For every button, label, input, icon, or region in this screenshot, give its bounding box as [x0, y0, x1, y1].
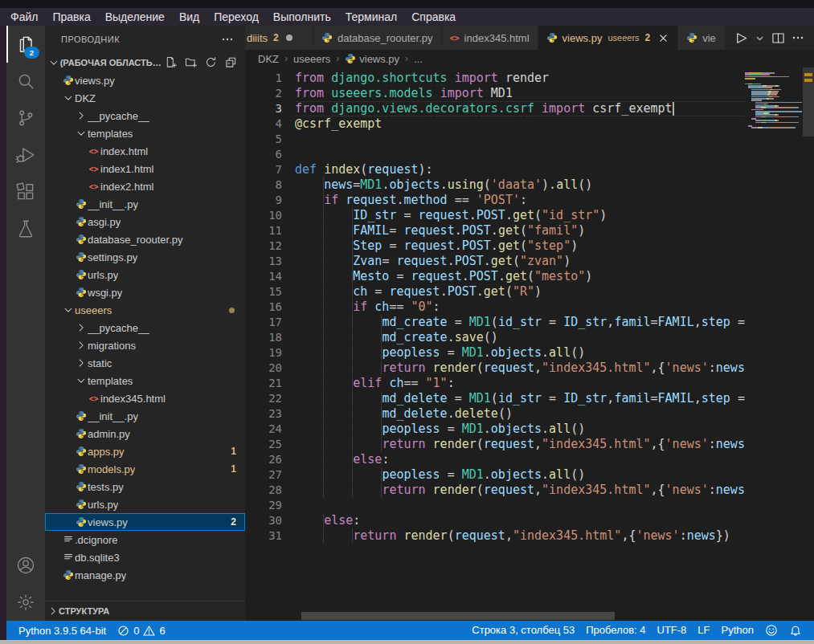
- chevron-right-icon: [74, 340, 88, 351]
- menu-item-терминал[interactable]: Терминал: [338, 10, 404, 23]
- run-debug-icon: [15, 145, 36, 165]
- python-file-icon: [76, 216, 87, 227]
- horizontal-scrollbar-thumb[interactable]: [301, 612, 615, 620]
- collapse-folders-button[interactable]: [223, 55, 239, 70]
- python-interpreter-status[interactable]: Python 3.9.5 64-bit: [13, 625, 112, 637]
- activitybar-testing[interactable]: [6, 210, 45, 247]
- minimap[interactable]: [745, 67, 803, 621]
- encoding-status[interactable]: UTF-8: [652, 624, 693, 636]
- split-editor-button[interactable]: [770, 30, 787, 47]
- tab-problems-badge: 2: [645, 32, 651, 43]
- vertical-scrollbar-thumb[interactable]: [803, 67, 814, 137]
- chevron-down-icon: [76, 128, 87, 139]
- python-file-icon: [76, 446, 87, 457]
- activitybar-extensions[interactable]: [6, 173, 45, 210]
- run-python-file-button[interactable]: [731, 29, 750, 47]
- tab-vie[interactable]: vie: [678, 26, 726, 50]
- breadcrumb-item-DKZ[interactable]: DKZ: [258, 53, 279, 65]
- tweet-feedback-button[interactable]: [759, 624, 783, 637]
- outline-section-header[interactable]: СТРУКТУРА: [45, 601, 245, 621]
- activitybar-settings[interactable]: [6, 584, 45, 621]
- tree-item-index1.html[interactable]: <>index1.html: [45, 160, 245, 177]
- tree-item-.dcignore[interactable]: .dcignore: [45, 531, 245, 548]
- new-file-button[interactable]: [163, 55, 178, 70]
- horizontal-scrollbar[interactable]: [295, 612, 745, 620]
- line-number: 3: [245, 101, 295, 116]
- notifications-bell-button[interactable]: [783, 624, 808, 637]
- tree-item-db.sqlite3[interactable]: db.sqlite3: [45, 548, 245, 566]
- file-icon: [74, 216, 88, 227]
- breadcrumb-item-viewspy[interactable]: views.py: [345, 53, 399, 65]
- tree-item-urls.py[interactable]: urls.py: [45, 495, 245, 513]
- editor-actions: [731, 26, 814, 50]
- tree-item-DKZ[interactable]: DKZ: [45, 89, 245, 107]
- tree-item-__pycache__[interactable]: __pycache__: [45, 107, 245, 124]
- activitybar-explorer[interactable]: 2: [6, 26, 45, 63]
- code-editor[interactable]: 1from django.shortcuts import render2fro…: [245, 67, 745, 621]
- code-line-21: 21 elif ch== "1":: [245, 376, 745, 391]
- tree-item-database_roouter.py[interactable]: database_roouter.py: [45, 230, 245, 248]
- tree-item-templates[interactable]: templates: [45, 372, 245, 389]
- tree-item-views.py[interactable]: views.py2: [45, 513, 245, 531]
- line-number: 8: [245, 177, 295, 193]
- tree-item-static[interactable]: static: [45, 354, 245, 372]
- source-control-icon: [15, 108, 36, 128]
- workspace-section-header[interactable]: (РАБОЧАЯ ОБЛАСТЬ) ...: [45, 53, 245, 71]
- breadcrumb-item-useeers[interactable]: useeers: [293, 53, 330, 65]
- close-tab-button[interactable]: [657, 32, 669, 44]
- menu-item-выполнить[interactable]: Выполнить: [266, 10, 338, 23]
- code-line-content: FAMIL= request.POST.get("famil"): [295, 223, 745, 238]
- tree-item-index2.html[interactable]: <>index2.html: [45, 177, 245, 195]
- line-number: 29: [245, 498, 295, 513]
- activitybar-run-debug[interactable]: [6, 137, 45, 173]
- testing-icon: [15, 218, 36, 239]
- tree-item-settings.py[interactable]: settings.py: [45, 248, 245, 266]
- tab-diiits[interactable]: diiits2: [245, 26, 313, 50]
- problems-status[interactable]: 0 6: [112, 625, 170, 637]
- activitybar-source-control[interactable]: [6, 100, 45, 137]
- refresh-explorer-button[interactable]: [203, 55, 219, 70]
- tree-item-models.py[interactable]: models.py1: [45, 460, 245, 478]
- activitybar-account[interactable]: [6, 547, 45, 584]
- cursor-position-status[interactable]: Строка 3, столбец 53: [466, 624, 580, 636]
- run-dropdown-button[interactable]: [753, 31, 767, 45]
- tree-item-useeers[interactable]: useeers: [45, 301, 245, 319]
- minimap-line: [745, 122, 803, 124]
- vertical-scrollbar[interactable]: [803, 67, 814, 621]
- tree-item-index345.html[interactable]: <>index345.html: [45, 389, 245, 407]
- tree-item-__init__.py[interactable]: __init__.py: [45, 407, 245, 425]
- tree-item-views.py[interactable]: views.py: [45, 71, 245, 89]
- menu-item-правка[interactable]: Правка: [45, 10, 97, 23]
- tree-item-templates[interactable]: templates: [45, 124, 245, 142]
- tree-item-label: useeers: [75, 304, 112, 316]
- menu-item-файл[interactable]: Файл: [3, 10, 45, 23]
- tree-item-wsgi.py[interactable]: wsgi.py: [45, 283, 245, 301]
- tab-index345.html[interactable]: <>index345.html: [442, 26, 538, 50]
- language-mode-status[interactable]: Python: [716, 624, 759, 636]
- tree-item-manage.py[interactable]: manage.py: [45, 566, 245, 584]
- indentation-status[interactable]: Пробелов: 4: [580, 624, 651, 636]
- sidebar-more-icon[interactable]: [219, 31, 235, 47]
- tree-item-tests.py[interactable]: tests.py: [45, 478, 245, 495]
- tree-item-apps.py[interactable]: apps.py1: [45, 442, 245, 460]
- tree-item-urls.py[interactable]: urls.py: [45, 266, 245, 283]
- menu-item-переход[interactable]: Переход: [207, 10, 266, 23]
- tree-item-__init__.py[interactable]: __init__.py: [45, 195, 245, 213]
- tree-item-asgi.py[interactable]: asgi.py: [45, 213, 245, 230]
- file-icon: [74, 269, 88, 280]
- breadcrumb-separator: ›: [284, 53, 288, 64]
- menu-item-вид[interactable]: Вид: [172, 10, 207, 23]
- tree-item-migrations[interactable]: migrations: [45, 336, 245, 354]
- tree-item-admin.py[interactable]: admin.py: [45, 425, 245, 442]
- menu-item-выделение[interactable]: Выделение: [98, 10, 172, 23]
- eol-status[interactable]: LF: [692, 624, 715, 636]
- tab-views.py[interactable]: views.pyuseeers2: [538, 26, 679, 50]
- more-editor-actions-button[interactable]: [790, 30, 806, 46]
- tree-item-index.html[interactable]: <>index.html: [45, 142, 245, 160]
- new-folder-button[interactable]: [183, 55, 198, 70]
- tree-item-__pycache__[interactable]: __pycache__: [45, 319, 245, 336]
- breadcrumb-item-[interactable]: ...: [414, 53, 423, 65]
- menu-item-справка[interactable]: Справка: [404, 10, 463, 23]
- activitybar-search[interactable]: [6, 63, 45, 100]
- tab-database_roouter.py[interactable]: database_roouter.py: [313, 26, 442, 50]
